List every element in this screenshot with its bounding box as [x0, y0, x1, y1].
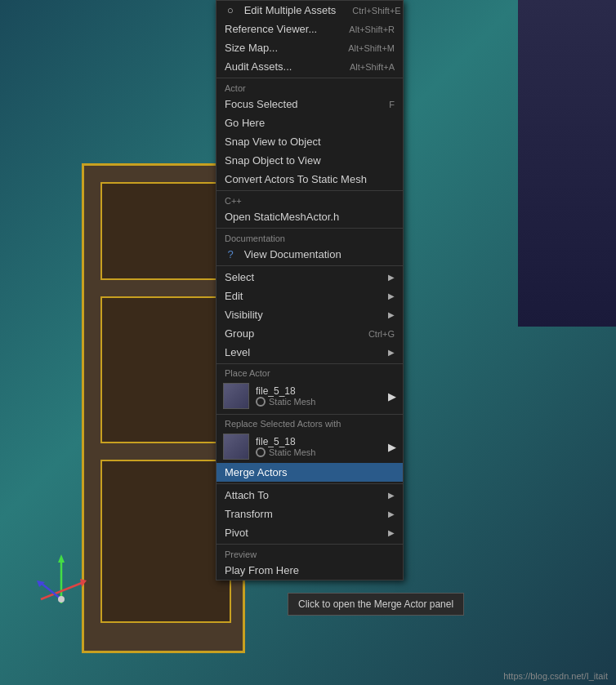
separator-4: [216, 265, 403, 266]
door-panel-bottom: [100, 460, 231, 623]
separator-6: [216, 414, 403, 415]
context-menu: ○ Edit Multiple Assets Ctrl+Shift+E Refe…: [216, 0, 404, 580]
question-icon: ?: [225, 248, 236, 260]
place-actor-type: Static Mesh: [256, 397, 388, 407]
replace-actor-section-label: Replace Selected Actors with: [216, 416, 403, 430]
menu-item-group[interactable]: Group Ctrl+G: [216, 324, 403, 343]
door-panel-top: [100, 182, 231, 280]
menu-item-play-from-here[interactable]: Play From Here: [216, 561, 403, 580]
arrow-icon: ▶: [388, 390, 396, 403]
arrow-icon: ▶: [388, 509, 395, 518]
separator-3: [216, 228, 403, 229]
arrow-icon: ▶: [388, 528, 395, 537]
place-actor-info: file_5_18 Static Mesh: [256, 385, 388, 407]
separator-1: [216, 78, 403, 78]
menu-item-transform[interactable]: Transform ▶: [216, 505, 403, 523]
replace-actor-type: Static Mesh: [256, 447, 388, 457]
place-actor-item[interactable]: file_5_18 Static Mesh ▶: [216, 380, 403, 412]
svg-marker-1: [58, 554, 65, 563]
axes-widget: [25, 546, 98, 620]
menu-item-reference-viewer[interactable]: Reference Viewer... Alt+Shift+R: [216, 20, 403, 38]
menu-item-size-map[interactable]: Size Map... Alt+Shift+M: [216, 38, 403, 57]
replace-actor-info: file_5_18 Static Mesh: [256, 436, 388, 457]
merge-actors-tooltip: Click to open the Merge Actor panel: [288, 593, 464, 616]
arrow-icon: ▶: [388, 291, 395, 300]
right-decoration: [518, 0, 616, 327]
menu-item-audit-assets[interactable]: Audit Assets... Alt+Shift+A: [216, 57, 403, 76]
arrow-icon: ▶: [388, 310, 395, 319]
menu-item-view-docs[interactable]: ? View Documentation: [216, 245, 403, 264]
door-panel-mid: [100, 296, 231, 443]
static-mesh-icon: [256, 447, 266, 457]
replace-actor-thumbnail: [223, 434, 249, 460]
place-actor-section-label: Place Actor: [216, 366, 403, 380]
arrow-icon: ▶: [388, 273, 395, 282]
separator-5: [216, 363, 403, 364]
menu-item-edit-multiple[interactable]: ○ Edit Multiple Assets Ctrl+Shift+E: [216, 1, 403, 20]
svg-marker-3: [80, 579, 87, 587]
place-actor-thumbnail: [223, 383, 249, 409]
menu-item-edit[interactable]: Edit ▶: [216, 287, 403, 305]
actor-section-label: Actor: [216, 80, 403, 95]
static-mesh-icon: [256, 397, 266, 407]
arrow-icon: ▶: [388, 348, 395, 357]
menu-item-merge-actors[interactable]: Merge Actors: [216, 463, 403, 482]
menu-item-convert-actors[interactable]: Convert Actors To Static Mesh: [216, 170, 403, 189]
menu-item-level[interactable]: Level ▶: [216, 343, 403, 362]
menu-item-select[interactable]: Select ▶: [216, 268, 403, 287]
place-actor-name: file_5_18: [256, 385, 388, 397]
separator-8: [216, 544, 403, 545]
url-bar: https://blog.csdn.net/I_itait: [503, 671, 608, 681]
replace-actor-name: file_5_18: [256, 436, 388, 447]
svg-line-4: [41, 583, 61, 599]
menu-item-snap-object-to-view[interactable]: Snap Object to View: [216, 151, 403, 170]
separator-2: [216, 190, 403, 191]
arrow-icon: ▶: [388, 491, 395, 500]
svg-point-6: [58, 596, 65, 603]
menu-item-focus-selected[interactable]: Focus Selected F: [216, 95, 403, 113]
menu-item-pivot[interactable]: Pivot ▶: [216, 523, 403, 542]
separator-7: [216, 483, 403, 484]
menu-item-attach-to[interactable]: Attach To ▶: [216, 486, 403, 505]
preview-section-label: Preview: [216, 546, 403, 561]
arrow-icon: ▶: [388, 441, 396, 453]
cpp-section-label: C++: [216, 193, 403, 207]
menu-item-visibility[interactable]: Visibility ▶: [216, 305, 403, 324]
circle-icon: ○: [225, 4, 236, 16]
menu-item-snap-view-to-object[interactable]: Snap View to Object: [216, 132, 403, 151]
replace-actor-item[interactable]: file_5_18 Static Mesh ▶: [216, 430, 403, 463]
menu-item-open-staticmesh[interactable]: Open StaticMeshActor.h: [216, 207, 403, 226]
documentation-section-label: Documentation: [216, 230, 403, 245]
menu-item-go-here[interactable]: Go Here: [216, 113, 403, 132]
